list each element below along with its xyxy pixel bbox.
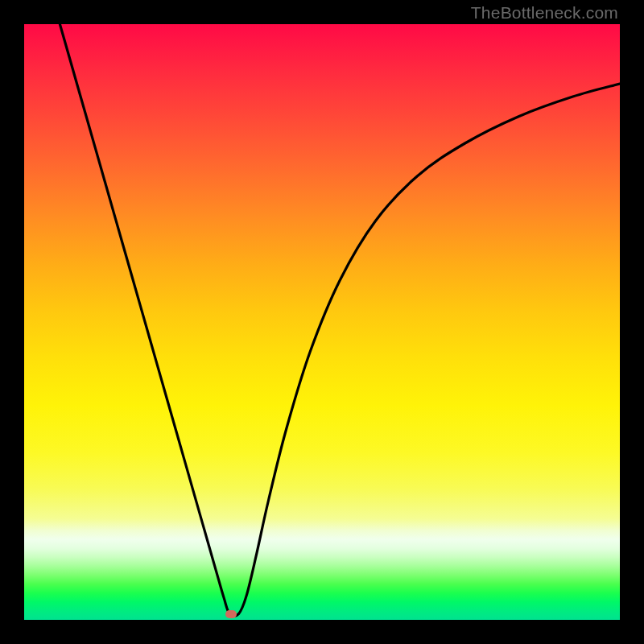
plot-area xyxy=(24,24,620,620)
watermark-text: TheBottleneck.com xyxy=(471,3,618,23)
chart-frame: TheBottleneck.com xyxy=(0,0,644,644)
curve-svg xyxy=(24,24,620,620)
bottleneck-curve xyxy=(60,24,620,616)
optimal-point-marker xyxy=(225,610,237,618)
